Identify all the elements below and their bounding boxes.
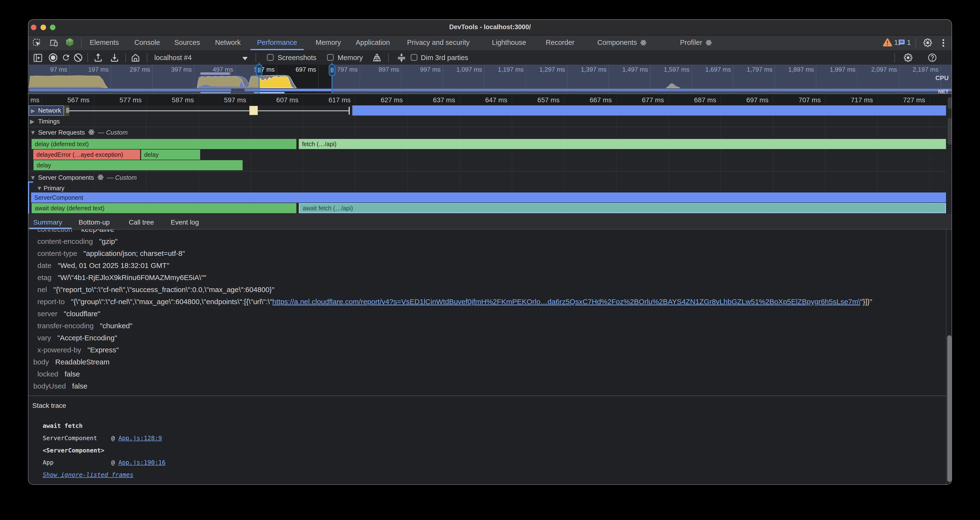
summary-key: date bbox=[37, 261, 51, 269]
details-tab-bottom-up[interactable]: Bottom-up bbox=[79, 214, 110, 229]
kebab-menu-icon[interactable] bbox=[942, 39, 945, 47]
flame-scrollbar-piece[interactable] bbox=[948, 97, 952, 109]
perf-settings-gear-icon[interactable] bbox=[904, 53, 913, 62]
screenshots-checkbox-label[interactable]: Screenshots bbox=[278, 50, 317, 65]
subtrack-primary[interactable]: ▼Primary bbox=[37, 183, 64, 194]
summary-value: "W/\"4b1-RjEJloX9kRinu6F0MAZMmy6E5iA\"" bbox=[57, 274, 206, 281]
details-tab-event-log[interactable]: Event log bbox=[171, 214, 199, 229]
expanded-triangle-icon[interactable]: ▼ bbox=[30, 127, 38, 138]
timeline-overview-minimap[interactable]: 97 ms197 ms297 ms397 ms497 ms597 ms697 m… bbox=[28, 65, 952, 94]
ruler-grid-line bbox=[94, 94, 94, 105]
flame-event-delay-deferred-text-[interactable]: delay (deferred text) bbox=[32, 139, 296, 149]
dim-3rd-parties-checkbox[interactable] bbox=[410, 54, 417, 61]
show-ignore-listed-frames-link[interactable]: Show ignore-listed frames bbox=[43, 471, 134, 478]
flame-event-await-fetch-api-[interactable]: await fetch (…/api) bbox=[299, 203, 946, 213]
flame-event-fetch-api-[interactable]: fetch (…/api) bbox=[299, 139, 946, 149]
tab-memory[interactable]: Memory bbox=[316, 35, 341, 49]
ruler-tick-label: 647 ms bbox=[457, 94, 508, 105]
ruler-grid-line bbox=[616, 94, 617, 105]
reload-and-record-icon[interactable] bbox=[62, 53, 70, 62]
summary-scrollbar-thumb[interactable] bbox=[947, 335, 951, 482]
tab-network[interactable]: Network bbox=[215, 35, 241, 49]
device-toolbar-icon[interactable] bbox=[49, 38, 58, 47]
tab-recorder[interactable]: Recorder bbox=[546, 35, 574, 49]
chat-icon[interactable] bbox=[898, 39, 905, 46]
custom-track-suffix: — Custom bbox=[107, 174, 137, 181]
ruler-tick-label: 657 ms bbox=[509, 94, 560, 105]
ruler-grid-line bbox=[407, 94, 408, 105]
upload-profile-icon[interactable] bbox=[94, 53, 102, 62]
flame-event-await-delay-deferred-text-[interactable]: await delay (deferred text) bbox=[32, 203, 296, 213]
track-header-server-components[interactable]: ▼Server Components — Custom bbox=[30, 172, 137, 183]
details-tab-summary[interactable]: Summary bbox=[33, 214, 62, 229]
dropdown-arrow-icon[interactable] bbox=[242, 56, 248, 60]
summary-row: transfer-encoding"chunked" bbox=[28, 320, 951, 332]
flamechart-tracks[interactable]: ▶Network▶Timings▼Server Requests — Custo… bbox=[28, 105, 952, 214]
tab-application[interactable]: Application bbox=[356, 35, 390, 49]
screenshots-checkbox[interactable] bbox=[267, 54, 274, 61]
summary-value: "keep-alive" bbox=[79, 230, 117, 233]
toggle-sidebar-icon[interactable] bbox=[33, 53, 43, 62]
settings-gear-icon[interactable] bbox=[923, 38, 932, 47]
expanded-triangle-icon[interactable]: ▼ bbox=[37, 183, 44, 194]
summary-link[interactable]: https://a.nel.cloudflare.com/report/v4?s… bbox=[272, 297, 860, 305]
summary-key: locked bbox=[37, 370, 58, 378]
summary-row: lockedfalse bbox=[28, 368, 951, 380]
react-atom-icon bbox=[706, 40, 712, 46]
memory-checkbox[interactable] bbox=[327, 54, 334, 61]
track-header-timings[interactable]: ▶Timings bbox=[30, 116, 60, 127]
network-highlighted-event[interactable] bbox=[249, 106, 258, 115]
tab-lighthouse[interactable]: Lighthouse bbox=[492, 35, 526, 49]
tab-console[interactable]: Console bbox=[134, 35, 160, 49]
flame-event-delay[interactable]: delay bbox=[141, 149, 200, 160]
collapse-icon[interactable] bbox=[397, 53, 406, 62]
inspect-icon[interactable] bbox=[33, 38, 42, 48]
track-header-network[interactable]: ▶Network bbox=[29, 105, 64, 116]
details-tab-call-tree[interactable]: Call tree bbox=[129, 214, 154, 229]
track-separator bbox=[28, 127, 946, 127]
help-icon[interactable] bbox=[928, 53, 937, 62]
memory-checkbox-label[interactable]: Memory bbox=[337, 50, 363, 65]
row-line bbox=[28, 190, 946, 191]
show-ignore-listed-frames[interactable]: Show ignore-listed frames bbox=[43, 469, 134, 481]
tab-sources[interactable]: Sources bbox=[174, 35, 200, 49]
ruler-tick-label: 607 ms bbox=[248, 94, 298, 105]
track-header-server-requests[interactable]: ▼Server Requests — Custom bbox=[30, 127, 127, 138]
collapsed-triangle-icon[interactable]: ▶ bbox=[31, 106, 38, 115]
ruler-grid-line bbox=[930, 94, 930, 105]
node-icon[interactable] bbox=[65, 38, 74, 46]
dim-3rd-parties-checkbox-label[interactable]: Dim 3rd parties bbox=[421, 50, 468, 65]
download-profile-icon[interactable] bbox=[110, 53, 119, 62]
ruler-tick-label: 577 ms bbox=[91, 94, 142, 105]
stack-frame-link[interactable]: App.js:190:16 bbox=[118, 456, 165, 469]
summary-pane: connection"keep-alive"content-encoding"g… bbox=[28, 230, 952, 485]
home-icon[interactable] bbox=[131, 53, 140, 62]
flame-event-delay[interactable]: delay bbox=[33, 160, 243, 170]
tabbar-separator bbox=[81, 38, 81, 48]
clear-recordings-icon[interactable] bbox=[73, 53, 83, 62]
flame-scrollbar-thumb[interactable] bbox=[948, 118, 952, 145]
network-request-queue-light bbox=[66, 108, 69, 113]
ruler-tick-label: 687 ms bbox=[665, 94, 716, 105]
network-request-bar[interactable] bbox=[352, 105, 946, 116]
summary-row: content-type"application/json; charset=u… bbox=[28, 248, 951, 259]
record-icon[interactable] bbox=[48, 53, 57, 62]
summary-value: "Express" bbox=[88, 346, 119, 354]
collect-garbage-icon[interactable] bbox=[372, 53, 382, 62]
ruler-grid-line bbox=[773, 94, 773, 105]
tab-profiler[interactable]: Profiler bbox=[680, 35, 702, 49]
history-select[interactable]: localhost #4 bbox=[154, 50, 192, 65]
flame-event-delayedError-ayed-exception-[interactable]: delayedError (…ayed exception) bbox=[33, 149, 140, 160]
tab-components[interactable]: Components bbox=[597, 35, 637, 49]
react-atom-icon bbox=[97, 174, 104, 180]
flame-event-ServerComponent[interactable]: ServerComponent bbox=[31, 192, 946, 203]
summary-value-suffix: "}]}" bbox=[860, 297, 872, 305]
tab-privacy-and-security[interactable]: Privacy and security bbox=[407, 35, 470, 49]
tab-elements[interactable]: Elements bbox=[90, 35, 119, 49]
react-atom-icon-wrap bbox=[88, 129, 94, 135]
toolbar-separator-5 bbox=[388, 53, 389, 62]
warning-icon[interactable] bbox=[883, 38, 892, 47]
collapsed-triangle-icon[interactable]: ▶ bbox=[30, 116, 38, 127]
stack-frame-link[interactable]: App.js:128:9 bbox=[118, 432, 162, 444]
tab-performance[interactable]: Performance bbox=[257, 35, 297, 49]
